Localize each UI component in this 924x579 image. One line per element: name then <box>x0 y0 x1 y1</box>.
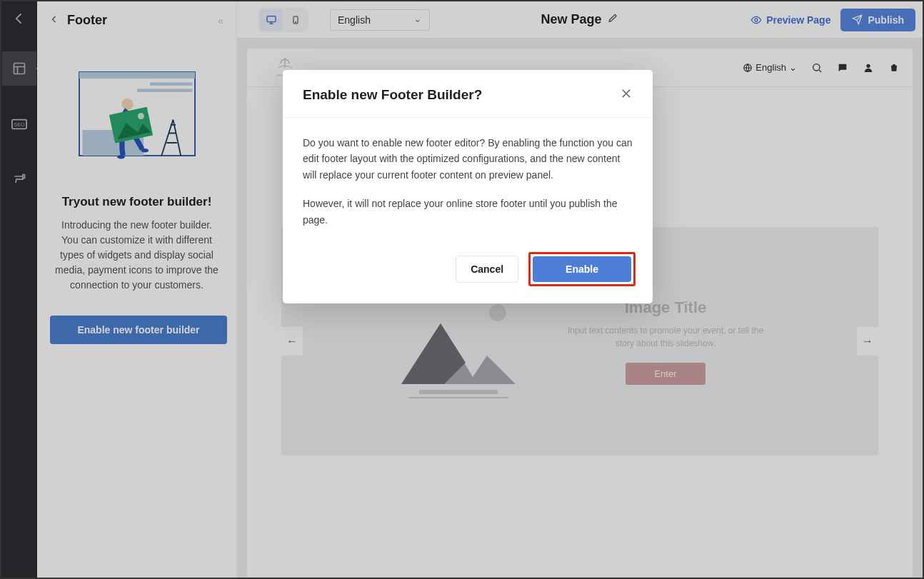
modal-body-paragraph-2: However, it will not replace your online… <box>303 196 633 228</box>
enable-footer-modal: Enable new Footer Builder? Do you want t… <box>283 70 653 303</box>
cancel-button[interactable]: Cancel <box>456 256 518 283</box>
modal-body-paragraph-1: Do you want to enable new footer editor?… <box>303 135 633 183</box>
close-icon[interactable] <box>620 87 633 103</box>
modal-title: Enable new Footer Builder? <box>303 87 620 103</box>
enable-button[interactable]: Enable <box>533 256 631 282</box>
enable-button-highlight: Enable <box>528 252 636 286</box>
